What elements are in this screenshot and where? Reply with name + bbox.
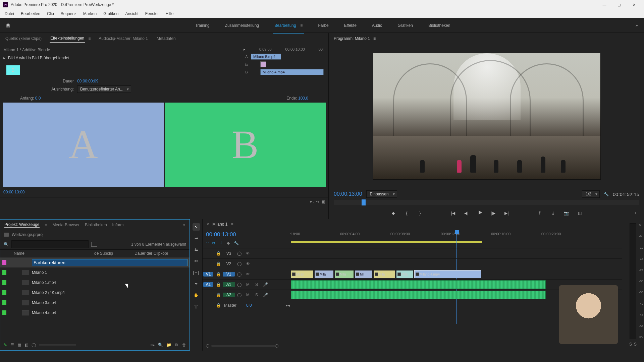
zoom-dropdown[interactable]: 1/2: [582, 190, 600, 198]
mic-icon[interactable]: 🎤: [261, 282, 270, 287]
disclosure-icon[interactable]: ▸: [3, 56, 5, 60]
tab-projekt[interactable]: Projekt: Werkzeuge: [4, 222, 40, 228]
video-clip[interactable]: Mila: [396, 270, 414, 278]
menu-grafiken[interactable]: Grafiken: [100, 10, 122, 17]
work-area[interactable]: [291, 241, 482, 243]
mini-clip-b[interactable]: Milano 4.mp4: [260, 69, 324, 75]
timeline-menu-icon[interactable]: ≡: [231, 222, 233, 227]
solo-left[interactable]: S: [629, 342, 632, 347]
track-select-tool-icon[interactable]: ⇥: [193, 235, 200, 242]
tab-quelle[interactable]: Quelle: (keine Clips): [5, 35, 42, 42]
audio-meter[interactable]: 0-6-12-18-24-30-36-42-48-54dB: [630, 223, 636, 339]
menu-clip[interactable]: Clip: [44, 10, 57, 17]
freeform-view-icon[interactable]: ◧: [24, 343, 28, 347]
project-item[interactable]: [0, 257, 190, 267]
tab-media-browser[interactable]: Media-Browser: [53, 223, 80, 227]
ws-training[interactable]: Training: [194, 21, 211, 30]
new-bin-icon[interactable]: 📁: [166, 343, 171, 347]
track-v2-header[interactable]: 🔒V2◯👁: [203, 258, 290, 269]
project-search-input[interactable]: [11, 240, 89, 248]
ende-value[interactable]: 100,0: [298, 96, 308, 101]
settings-icon[interactable]: 🔧: [234, 241, 239, 245]
v3-lane[interactable]: [290, 248, 622, 258]
color-label[interactable]: [2, 310, 6, 315]
eye-icon[interactable]: 👁: [244, 251, 252, 256]
overwrite-icon[interactable]: ▣: [321, 199, 325, 204]
transition-box[interactable]: [260, 61, 266, 67]
menu-fenster[interactable]: Fenster: [142, 10, 162, 17]
lift-icon[interactable]: ⤒: [536, 211, 543, 216]
ws-bearbeitung[interactable]: Bearbeitung ≡: [273, 21, 304, 30]
col-duration[interactable]: Dauer der Clipkopi: [135, 251, 190, 256]
write-icon[interactable]: ✎: [4, 343, 7, 347]
marker-icon[interactable]: ◆: [227, 241, 230, 245]
ws-effekte[interactable]: Effekte: [343, 21, 358, 30]
goto-out-icon[interactable]: ▶|: [503, 211, 511, 216]
color-label[interactable]: [2, 290, 6, 295]
clapper-icon[interactable]: [91, 242, 97, 247]
export-frame-icon[interactable]: 📷: [563, 211, 570, 216]
program-menu-icon[interactable]: ≡: [373, 36, 376, 41]
sequence-name[interactable]: Milano 1: [212, 222, 227, 227]
fx-badge-icon[interactable]: [397, 273, 401, 276]
video-clip[interactable]: Mila: [334, 270, 354, 278]
project-overflow-icon[interactable]: »: [183, 223, 185, 227]
tab-bibliotheken[interactable]: Bibliotheken: [85, 223, 107, 227]
list-view-icon[interactable]: ☰: [10, 343, 14, 347]
v2-lane[interactable]: [290, 258, 622, 269]
ausrichtung-dropdown[interactable]: Benutzerdefinierter An...: [77, 85, 131, 93]
ws-menu-icon[interactable]: ≡: [298, 23, 303, 28]
zoom-slider-dot[interactable]: ◯: [32, 343, 36, 347]
video-clip[interactable]: Mil: [355, 270, 373, 278]
expand-icon[interactable]: ▸◂: [286, 303, 290, 308]
timeline-timecode[interactable]: 00:00:13:00: [206, 231, 286, 238]
slip-tool-icon[interactable]: |↔|: [193, 269, 200, 276]
delete-icon[interactable]: 🗑: [182, 343, 186, 347]
goto-in-icon[interactable]: |◀: [449, 211, 457, 216]
color-label[interactable]: [2, 260, 6, 265]
col-name[interactable]: Name: [0, 251, 94, 256]
extract-icon[interactable]: ⤓: [549, 211, 557, 216]
new-item-icon[interactable]: 🗎: [175, 343, 179, 347]
close-button[interactable]: ✕: [627, 0, 641, 9]
track-v3-header[interactable]: 🔒V3◯👁: [203, 248, 290, 258]
pen-tool-icon[interactable]: ✒: [193, 280, 200, 288]
ws-zusammenstellung[interactable]: Zusammenstellung: [224, 21, 260, 30]
fx-badge-icon[interactable]: [356, 273, 359, 276]
type-tool-icon[interactable]: T: [193, 303, 200, 310]
filter-icon[interactable]: ▼.: [309, 199, 314, 204]
color-label[interactable]: [2, 270, 6, 275]
step-fwd-icon[interactable]: |▶: [490, 211, 497, 216]
search-icon[interactable]: 🔍: [4, 242, 9, 247]
effect-panel-menu-icon[interactable]: ≡: [88, 36, 91, 41]
play-icon[interactable]: ▸: [244, 47, 246, 52]
timeline-zoom-bar[interactable]: [211, 345, 275, 347]
track-v1-header[interactable]: V1🔒V1◯👁: [203, 269, 290, 279]
home-button[interactable]: [0, 22, 16, 28]
track-master-header[interactable]: 🔒Master0,0▸◂: [203, 300, 290, 310]
selection-tool-icon[interactable]: ↖: [193, 223, 200, 231]
ws-overflow-button[interactable]: »: [629, 23, 644, 28]
fit-dropdown[interactable]: Einpassen: [366, 190, 397, 198]
link-icon[interactable]: ⧉: [212, 241, 215, 245]
fx-badge-icon[interactable]: [416, 273, 419, 276]
tab-audioclip-mischer[interactable]: Audioclip-Mischer: Milano 1: [98, 35, 149, 42]
sync-lock-icon[interactable]: ◯: [235, 251, 244, 256]
audio-clip-a2[interactable]: [291, 291, 546, 299]
rename-input[interactable]: [32, 259, 187, 266]
color-label[interactable]: [2, 280, 6, 285]
project-item[interactable]: Milano 4.mp4: [0, 308, 190, 318]
solo-icon[interactable]: S: [252, 282, 261, 287]
step-back-icon[interactable]: ◀|: [463, 211, 470, 216]
v1-lane[interactable]: MilanMilaMilaMilMilaMilaMilano 4.mp4: [290, 269, 622, 279]
hand-tool-icon[interactable]: ✋: [193, 292, 200, 299]
project-item[interactable]: Milano 1.mp4: [0, 278, 190, 288]
insert-icon[interactable]: ↪: [316, 199, 319, 204]
menu-hilfe[interactable]: Hilfe: [162, 10, 177, 17]
video-clip[interactable]: Milano 4.mp4: [414, 270, 481, 278]
menu-marken[interactable]: Marken: [80, 10, 100, 17]
program-timecode[interactable]: 00:00:13:00: [334, 191, 362, 197]
col-subclip[interactable]: de Subclip: [94, 251, 135, 256]
play-button[interactable]: [476, 210, 484, 216]
fx-badge-icon[interactable]: [316, 273, 319, 276]
